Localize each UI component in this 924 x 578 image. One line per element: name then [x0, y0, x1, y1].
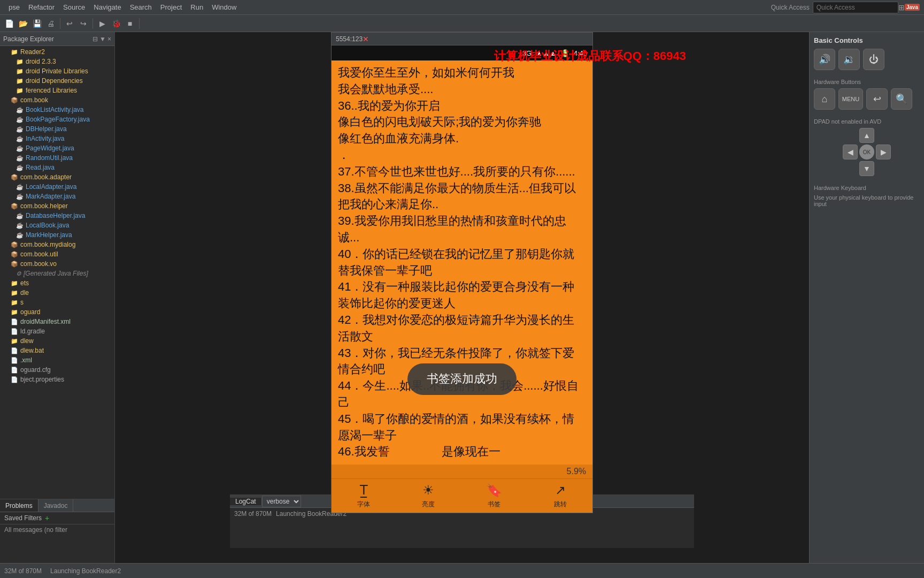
- tree-s[interactable]: 📁s: [0, 298, 114, 307]
- jump-icon: ↗: [555, 483, 566, 498]
- sidebar-title: Package Explorer: [3, 35, 54, 43]
- sidebar: Package Explorer ⊟ ▼ × 📁Reader2 📁droid 2…: [0, 32, 115, 563]
- tree-com-book-util[interactable]: 📦com.book.util: [0, 249, 114, 259]
- bookmark-label: 书签: [488, 500, 500, 509]
- content-line-3: 36..我的爱为你开启: [338, 98, 586, 115]
- menu-item-refactor[interactable]: Refactor: [24, 0, 59, 14]
- tree-localadapter[interactable]: ☕LocalAdapter.java: [0, 182, 114, 192]
- center-area: 计算机毕业设计成品联系QQ：86943 5554:123 ✕ 3G ▲▲▲ 🔋 …: [115, 32, 809, 563]
- tree-ref-libs[interactable]: 📁ferenced Libraries: [0, 86, 114, 95]
- tree-randomutil[interactable]: ☕RandomUtil.java: [0, 153, 114, 163]
- content-area[interactable]: 我爱你至生至外，如如米何何开我 我会默默地承受.... 36..我的爱为你开启 …: [332, 60, 592, 465]
- menu-item-source[interactable]: Source: [59, 0, 89, 14]
- dpad-down-button[interactable]: ▼: [859, 161, 874, 176]
- jump-button[interactable]: ↗ 跳转: [554, 483, 567, 509]
- home-button[interactable]: ⌂: [814, 88, 835, 110]
- brightness-button[interactable]: ☀ 亮度: [422, 483, 435, 509]
- bottom-status-bar: 32M of 870M Launching BookReader2: [0, 563, 924, 578]
- toolbar-btn-new[interactable]: 📄: [3, 17, 16, 30]
- tree-reader2[interactable]: 📁Reader2: [0, 47, 114, 57]
- toolbar-separator-2: [93, 18, 93, 29]
- menu-item-search[interactable]: Search: [126, 0, 156, 14]
- tree-markhelper[interactable]: ☕MarkHelper.java: [0, 230, 114, 240]
- menu-item-window[interactable]: Window: [207, 0, 241, 14]
- dpad-center-button[interactable]: OK: [859, 144, 874, 159]
- verbose-select[interactable]: verbose debug info warn error: [262, 496, 301, 507]
- content-line-7: 37.不管今世也来世也好....我所要的只有你......: [338, 164, 586, 180]
- sidebar-menu-icon[interactable]: ▼: [99, 35, 106, 43]
- menu-item-pse[interactable]: pse: [4, 0, 24, 14]
- tree-xml[interactable]: 📄.xml: [0, 355, 114, 365]
- menu-item-navigate[interactable]: Navigate: [89, 0, 125, 14]
- tree-droid[interactable]: 📁droid 2.3.3: [0, 57, 114, 66]
- tree-databasehelper[interactable]: ☕DatabaseHelper.java: [0, 211, 114, 220]
- tree-booklistactivity[interactable]: ☕BookListActivity.java: [0, 105, 114, 115]
- tree-inactivity[interactable]: ☕InActivity.java: [0, 134, 114, 143]
- emulator-wrapper: 5554:123 ✕ 3G ▲▲▲ 🔋 4:40 我爱你至生至外，如如米何何开我…: [331, 32, 593, 513]
- tab-problems[interactable]: Problems: [0, 499, 38, 512]
- tree-com-book-vo[interactable]: 📦com.book.vo: [0, 259, 114, 269]
- volume-up-button[interactable]: 🔉: [838, 49, 860, 70]
- dpad-container: ▲ ▼ ◀ ▶ OK: [843, 128, 891, 176]
- dpad-left-button[interactable]: ◀: [843, 144, 858, 159]
- dpad-note: DPAD not enabled in AVD: [814, 118, 920, 125]
- brightness-label: 亮度: [422, 500, 435, 509]
- toolbar-btn-undo[interactable]: ↩: [63, 17, 76, 30]
- toolbar-btn-debug[interactable]: 🐞: [110, 17, 122, 30]
- sidebar-close-icon[interactable]: ×: [107, 35, 111, 43]
- back-button[interactable]: ↩: [866, 88, 888, 110]
- tree-localbook[interactable]: ☕LocalBook.java: [0, 220, 114, 230]
- bookmark-button[interactable]: 🔖 书签: [486, 483, 502, 509]
- quick-access-input[interactable]: [813, 2, 898, 13]
- tree-pagewidget[interactable]: ☕PageWidget.java: [0, 143, 114, 153]
- tree-dlew[interactable]: 📁dlew: [0, 336, 114, 346]
- tree-read[interactable]: ☕Read.java: [0, 163, 114, 172]
- tab-logcat[interactable]: LogCat: [230, 498, 262, 505]
- tree-com-book[interactable]: 📦com.book: [0, 95, 114, 105]
- toolbar-btn-print[interactable]: 🖨: [44, 17, 57, 30]
- tree-com-book-helper[interactable]: 📦com.book.helper: [0, 201, 114, 211]
- tree-dbhelper[interactable]: ☕DBHelper.java: [0, 124, 114, 134]
- tree-ets[interactable]: 📁ets: [0, 278, 114, 288]
- hardware-buttons-section: Hardware Buttons ⌂ MENU ↩ 🔍: [814, 79, 920, 113]
- menu-item-run[interactable]: Run: [186, 0, 207, 14]
- dpad-up-button[interactable]: ▲: [859, 128, 874, 143]
- layout-icon[interactable]: ⊞: [898, 3, 905, 12]
- tree-dlew-bat[interactable]: 📄dlew.bat: [0, 346, 114, 355]
- toolbar: 📄 📂 💾 🖨 ↩ ↪ ▶ 🐞 ■: [0, 15, 924, 32]
- tab-javadoc[interactable]: Javadoc: [38, 499, 74, 512]
- font-button[interactable]: T̲ 字体: [357, 483, 370, 509]
- sidebar-collapse-icon[interactable]: ⊟: [93, 35, 98, 43]
- tree-project-properties[interactable]: 📄bject.properties: [0, 375, 114, 384]
- tree-proguard-cfg[interactable]: 📄oguard.cfg: [0, 365, 114, 375]
- toolbar-separator-1: [60, 18, 60, 29]
- volume-down-button[interactable]: 🔊: [814, 49, 835, 70]
- tree-oguard[interactable]: 📁oguard: [0, 307, 114, 317]
- search-button[interactable]: 🔍: [891, 88, 912, 110]
- toolbar-btn-save[interactable]: 💾: [30, 17, 43, 30]
- right-panel: Basic Controls 🔊 🔉 ⏻ Hardware Buttons ⌂ …: [809, 32, 924, 563]
- tree-markadapter[interactable]: ☕MarkAdapter.java: [0, 192, 114, 201]
- tree-com-book-adapter[interactable]: 📦com.book.adapter: [0, 172, 114, 182]
- memory-info: 32M of 870M: [234, 510, 272, 518]
- tree-dependencies[interactable]: 📁droid Dependencies: [0, 76, 114, 86]
- sidebar-header: Package Explorer ⊟ ▼ ×: [0, 32, 114, 46]
- content-line-6: ．: [338, 147, 586, 164]
- tree-build-gradle[interactable]: 📄ld.gradle: [0, 326, 114, 336]
- dpad-right-button[interactable]: ▶: [876, 144, 891, 159]
- toolbar-btn-stop[interactable]: ■: [124, 17, 136, 30]
- tree-private-libs[interactable]: 📁droid Private Libraries: [0, 66, 114, 76]
- toolbar-btn-open[interactable]: 📂: [17, 17, 29, 30]
- power-button[interactable]: ⏻: [863, 49, 884, 70]
- tree-manifest[interactable]: 📄droidManifest.xml: [0, 317, 114, 326]
- tree-generated[interactable]: ⚙[Generated Java Files]: [0, 269, 114, 278]
- emulator-close-button[interactable]: ✕: [363, 35, 369, 43]
- tree-dle[interactable]: 📁dle: [0, 288, 114, 298]
- menu-button[interactable]: MENU: [838, 88, 863, 110]
- menu-item-project[interactable]: Project: [156, 0, 186, 14]
- tree-bookpagefactory[interactable]: ☕BookPageFactory.java: [0, 115, 114, 124]
- toolbar-btn-redo[interactable]: ↪: [77, 17, 90, 30]
- toolbar-btn-run[interactable]: ▶: [96, 17, 109, 30]
- add-filter-icon[interactable]: +: [45, 514, 49, 522]
- tree-com-book-mydialog[interactable]: 📦com.book.mydialog: [0, 240, 114, 249]
